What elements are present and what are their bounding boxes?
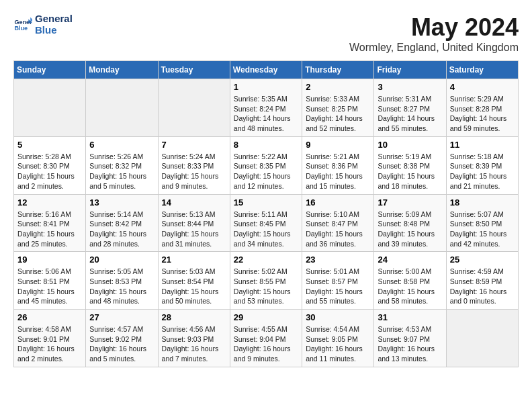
day-number: 1 (234, 82, 298, 92)
day-info: Sunrise: 5:19 AMSunset: 8:38 PMDaylight:… (378, 152, 442, 191)
logo-line2: Blue (35, 25, 73, 36)
day-number: 15 (234, 197, 298, 208)
day-info: Sunrise: 5:10 AMSunset: 8:47 PMDaylight:… (306, 210, 370, 249)
day-info: Sunrise: 4:56 AMSunset: 9:03 PMDaylight:… (162, 324, 226, 364)
page-header: General Blue General Blue May 2024 Worml… (13, 13, 519, 54)
day-info: Sunrise: 5:24 AMSunset: 8:33 PMDaylight:… (162, 152, 226, 191)
calendar-header: SundayMondayTuesdayWednesdayThursdayFrid… (14, 61, 519, 79)
day-number: 6 (89, 140, 154, 150)
weekday-header-sunday: Sunday (14, 61, 86, 79)
day-info: Sunrise: 5:26 AMSunset: 8:32 PMDaylight:… (89, 152, 154, 191)
calendar-cell: 1Sunrise: 5:35 AMSunset: 8:24 PMDaylight… (230, 79, 302, 137)
day-info: Sunrise: 5:31 AMSunset: 8:27 PMDaylight:… (378, 94, 442, 134)
calendar-week-2: 5Sunrise: 5:28 AMSunset: 8:30 PMDaylight… (14, 136, 519, 194)
calendar-table: SundayMondayTuesdayWednesdayThursdayFrid… (13, 60, 519, 367)
calendar-cell: 23Sunrise: 5:01 AMSunset: 8:57 PMDayligh… (302, 252, 374, 310)
calendar-cell: 11Sunrise: 5:18 AMSunset: 8:39 PMDayligh… (446, 136, 518, 194)
day-info: Sunrise: 5:02 AMSunset: 8:55 PMDaylight:… (234, 267, 298, 306)
calendar-cell (14, 79, 86, 137)
day-number: 12 (17, 197, 82, 208)
day-info: Sunrise: 5:22 AMSunset: 8:35 PMDaylight:… (234, 152, 298, 191)
calendar-cell: 4Sunrise: 5:29 AMSunset: 8:28 PMDaylight… (446, 79, 518, 137)
weekday-header-monday: Monday (86, 61, 158, 79)
calendar-cell: 27Sunrise: 4:57 AMSunset: 9:02 PMDayligh… (86, 310, 158, 367)
day-info: Sunrise: 5:18 AMSunset: 8:39 PMDaylight:… (450, 152, 515, 191)
calendar-week-4: 19Sunrise: 5:06 AMSunset: 8:51 PMDayligh… (14, 252, 519, 310)
calendar-cell: 8Sunrise: 5:22 AMSunset: 8:35 PMDaylight… (230, 136, 302, 194)
day-info: Sunrise: 5:06 AMSunset: 8:51 PMDaylight:… (17, 267, 82, 306)
month-title: May 2024 (349, 13, 519, 42)
day-info: Sunrise: 4:55 AMSunset: 9:04 PMDaylight:… (234, 324, 298, 364)
day-info: Sunrise: 5:14 AMSunset: 8:42 PMDaylight:… (89, 210, 154, 249)
day-info: Sunrise: 4:59 AMSunset: 8:59 PMDaylight:… (450, 267, 515, 306)
logo-icon: General Blue (13, 15, 32, 34)
day-info: Sunrise: 4:54 AMSunset: 9:05 PMDaylight:… (306, 324, 370, 364)
calendar-cell: 3Sunrise: 5:31 AMSunset: 8:27 PMDaylight… (374, 79, 446, 137)
day-number: 5 (17, 140, 82, 150)
day-number: 24 (378, 255, 442, 265)
day-number: 13 (89, 197, 154, 208)
day-info: Sunrise: 5:01 AMSunset: 8:57 PMDaylight:… (306, 267, 370, 306)
calendar-cell: 24Sunrise: 5:00 AMSunset: 8:58 PMDayligh… (374, 252, 446, 310)
svg-text:Blue: Blue (14, 25, 28, 32)
day-number: 25 (450, 255, 515, 265)
weekday-header-tuesday: Tuesday (158, 61, 230, 79)
calendar-cell: 6Sunrise: 5:26 AMSunset: 8:32 PMDaylight… (86, 136, 158, 194)
calendar-cell: 28Sunrise: 4:56 AMSunset: 9:03 PMDayligh… (158, 310, 230, 367)
calendar-cell: 14Sunrise: 5:13 AMSunset: 8:44 PMDayligh… (158, 194, 230, 252)
calendar-cell: 5Sunrise: 5:28 AMSunset: 8:30 PMDaylight… (14, 136, 86, 194)
calendar-cell: 17Sunrise: 5:09 AMSunset: 8:48 PMDayligh… (374, 194, 446, 252)
day-info: Sunrise: 5:16 AMSunset: 8:41 PMDaylight:… (17, 210, 82, 249)
calendar-cell: 15Sunrise: 5:11 AMSunset: 8:45 PMDayligh… (230, 194, 302, 252)
day-info: Sunrise: 5:09 AMSunset: 8:48 PMDaylight:… (378, 210, 442, 249)
day-number: 31 (378, 312, 442, 322)
day-info: Sunrise: 4:53 AMSunset: 9:07 PMDaylight:… (378, 324, 442, 364)
day-number: 29 (234, 312, 298, 322)
calendar-week-5: 26Sunrise: 4:58 AMSunset: 9:01 PMDayligh… (14, 310, 519, 367)
day-info: Sunrise: 5:35 AMSunset: 8:24 PMDaylight:… (234, 94, 298, 134)
weekday-header-thursday: Thursday (302, 61, 374, 79)
day-number: 18 (450, 197, 515, 208)
weekday-header-saturday: Saturday (446, 61, 518, 79)
calendar-cell: 30Sunrise: 4:54 AMSunset: 9:05 PMDayligh… (302, 310, 374, 367)
weekday-header-wednesday: Wednesday (230, 61, 302, 79)
calendar-cell: 16Sunrise: 5:10 AMSunset: 8:47 PMDayligh… (302, 194, 374, 252)
calendar-cell: 22Sunrise: 5:02 AMSunset: 8:55 PMDayligh… (230, 252, 302, 310)
day-number: 16 (306, 197, 370, 208)
calendar-cell: 31Sunrise: 4:53 AMSunset: 9:07 PMDayligh… (374, 310, 446, 367)
day-number: 30 (306, 312, 370, 322)
day-number: 8 (234, 140, 298, 150)
day-info: Sunrise: 5:21 AMSunset: 8:36 PMDaylight:… (306, 152, 370, 191)
day-number: 21 (162, 255, 226, 265)
day-number: 28 (162, 312, 226, 322)
calendar-week-3: 12Sunrise: 5:16 AMSunset: 8:41 PMDayligh… (14, 194, 519, 252)
day-number: 4 (450, 82, 515, 92)
day-number: 19 (17, 255, 82, 265)
day-number: 7 (162, 140, 226, 150)
day-info: Sunrise: 5:28 AMSunset: 8:30 PMDaylight:… (17, 152, 82, 191)
day-number: 9 (306, 140, 370, 150)
calendar-cell: 20Sunrise: 5:05 AMSunset: 8:53 PMDayligh… (86, 252, 158, 310)
day-number: 23 (306, 255, 370, 265)
weekday-header-row: SundayMondayTuesdayWednesdayThursdayFrid… (14, 61, 519, 79)
calendar-cell: 26Sunrise: 4:58 AMSunset: 9:01 PMDayligh… (14, 310, 86, 367)
calendar-cell: 7Sunrise: 5:24 AMSunset: 8:33 PMDaylight… (158, 136, 230, 194)
day-info: Sunrise: 5:05 AMSunset: 8:53 PMDaylight:… (89, 267, 154, 306)
logo-line1: General (35, 13, 73, 25)
day-info: Sunrise: 5:07 AMSunset: 8:50 PMDaylight:… (450, 210, 515, 249)
calendar-cell: 10Sunrise: 5:19 AMSunset: 8:38 PMDayligh… (374, 136, 446, 194)
location-title: Wormley, England, United Kingdom (349, 42, 519, 54)
day-number: 17 (378, 197, 442, 208)
calendar-cell: 25Sunrise: 4:59 AMSunset: 8:59 PMDayligh… (446, 252, 518, 310)
calendar-cell (446, 310, 518, 367)
calendar-cell: 2Sunrise: 5:33 AMSunset: 8:25 PMDaylight… (302, 79, 374, 137)
calendar-cell: 12Sunrise: 5:16 AMSunset: 8:41 PMDayligh… (14, 194, 86, 252)
calendar-cell (86, 79, 158, 137)
calendar-cell: 29Sunrise: 4:55 AMSunset: 9:04 PMDayligh… (230, 310, 302, 367)
day-number: 3 (378, 82, 442, 92)
calendar-cell: 13Sunrise: 5:14 AMSunset: 8:42 PMDayligh… (86, 194, 158, 252)
day-info: Sunrise: 5:00 AMSunset: 8:58 PMDaylight:… (378, 267, 442, 306)
calendar-cell (158, 79, 230, 137)
day-number: 20 (89, 255, 154, 265)
calendar-cell: 9Sunrise: 5:21 AMSunset: 8:36 PMDaylight… (302, 136, 374, 194)
